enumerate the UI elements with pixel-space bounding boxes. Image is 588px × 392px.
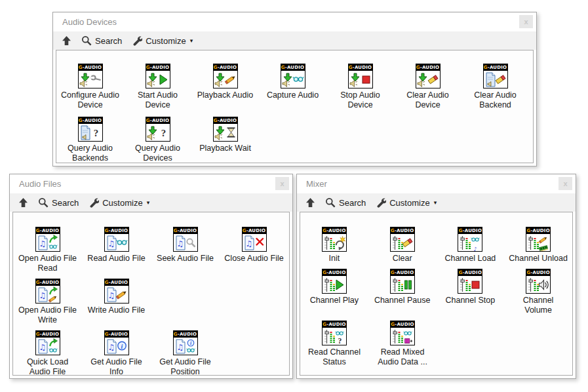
up-one-level-button[interactable]	[18, 197, 28, 208]
close-button[interactable]: x	[275, 177, 289, 190]
item-label: Clear	[393, 254, 412, 264]
item-channel-pause[interactable]: G-AUDIO Channel Pause	[368, 269, 437, 315]
g-audio-banner: G-AUDIO	[484, 64, 507, 71]
get-audio-file-info-icon: ♫i	[105, 338, 128, 355]
customize-label: Customize	[146, 36, 186, 46]
palette-content-area: G-AUDIO♫ Open Audio File Read G-AUDIO♫ R…	[12, 212, 290, 376]
search-label: Search	[52, 198, 79, 208]
item-configure-audio-device[interactable]: G-AUDIO Configure Audio Device	[56, 64, 124, 110]
item-quick-load-audio-file[interactable]: G-AUDIO♫ Quick Load Audio File	[13, 330, 82, 376]
close-button[interactable]: x	[519, 15, 533, 28]
item-label: Channel Pause	[374, 296, 430, 305]
g-audio-banner: G-AUDIO	[391, 227, 414, 234]
item-label: Stop Audio Device	[330, 90, 391, 110]
item-close-audio-file[interactable]: G-AUDIO♫ Close Audio File	[220, 227, 288, 273]
chevron-down-icon: ▾	[147, 199, 150, 206]
item-get-audio-file-info[interactable]: G-AUDIO♫i Get Audio File Info	[82, 330, 151, 376]
g-audio-banner: G-AUDIO	[323, 269, 346, 276]
svg-text:♫: ♫	[39, 239, 46, 248]
item-label: Query Audio Backends	[60, 144, 121, 163]
svg-text:♫: ♫	[39, 342, 46, 351]
palette-titlebar[interactable]: Mixer x	[297, 174, 576, 193]
item-read-audio-file[interactable]: G-AUDIO♫ Read Audio File	[82, 227, 151, 273]
customize-button[interactable]: Customize ▾	[132, 35, 193, 46]
up-one-level-button[interactable]	[62, 35, 71, 46]
icon-row: G-AUDIO? Query Audio Backends G-AUDIO? Q…	[56, 117, 533, 163]
search-button[interactable]: Search	[81, 35, 122, 46]
item-stop-audio-device[interactable]: G-AUDIO Stop Audio Device	[326, 64, 394, 110]
item-clear-audio-device[interactable]: G-AUDIO Clear Audio Device	[394, 64, 461, 110]
stop-audio-device-icon	[349, 71, 372, 88]
close-button[interactable]: x	[559, 177, 572, 190]
g-audio-banner: G-AUDIO	[458, 269, 482, 276]
search-button[interactable]: Search	[38, 197, 79, 208]
item-playback-wait[interactable]: G-AUDIO Playback Wait	[191, 117, 259, 163]
item-write-audio-file[interactable]: G-AUDIO♫ Write Audio File	[82, 279, 151, 325]
item-seek-audio-file[interactable]: G-AUDIO♫ Seek Audio File	[151, 227, 220, 273]
svg-text:♫: ♫	[176, 239, 184, 248]
item-read-channel-status[interactable]: G-AUDIO? Read Channel Status	[300, 321, 368, 367]
capture-audio-icon	[281, 71, 305, 88]
item-query-audio-devices[interactable]: G-AUDIO? Query Audio Devices	[124, 117, 191, 163]
up-arrow-icon	[62, 35, 71, 46]
close-icon: x	[563, 180, 567, 187]
item-channel-stop[interactable]: G-AUDIO Channel Stop	[437, 269, 505, 315]
up-arrow-icon	[18, 197, 28, 208]
customize-button[interactable]: Customize ▾	[376, 197, 437, 208]
quick-load-audio-file-icon: ♫	[36, 338, 60, 355]
start-audio-device-icon	[146, 71, 170, 88]
item-clear-audio-backend[interactable]: G-AUDIO Clear Audio Backend	[461, 64, 529, 110]
channel-stop-icon	[458, 276, 482, 293]
item-label: Get Audio File Info	[87, 357, 147, 376]
item-get-audio-file-position[interactable]: G-AUDIO♫i Get Audio File Position	[151, 330, 220, 376]
palette-title: Audio Files	[19, 179, 61, 189]
item-label: Get Audio File Position	[155, 357, 216, 376]
svg-text:?: ?	[161, 128, 166, 138]
item-label: Read Audio File	[87, 254, 145, 264]
item-open-audio-file-write[interactable]: G-AUDIO♫ Open Audio File Write	[13, 279, 82, 325]
item-clear[interactable]: G-AUDIO Clear	[368, 227, 437, 264]
clear-icon	[391, 234, 414, 251]
item-label: Read Channel Status	[304, 347, 364, 367]
item-start-audio-device[interactable]: G-AUDIO Start Audio Device	[124, 64, 191, 110]
g-audio-banner: G-AUDIO	[36, 279, 60, 286]
chevron-down-icon: ▾	[190, 37, 193, 44]
up-one-level-button[interactable]	[305, 197, 315, 208]
item-label: Close Audio File	[224, 254, 283, 264]
init-icon	[323, 234, 346, 251]
playback-audio-icon	[214, 71, 237, 88]
palette-titlebar[interactable]: Audio Files x	[10, 174, 292, 193]
item-channel-volume[interactable]: G-AUDIO Channel Volume	[504, 269, 572, 315]
item-query-audio-backends[interactable]: G-AUDIO? Query Audio Backends	[56, 117, 124, 163]
palette-content-area: G-AUDIO Configure Audio Device G-AUDIO S…	[56, 50, 534, 163]
item-label: Query Audio Devices	[128, 144, 188, 163]
item-channel-play[interactable]: G-AUDIO Channel Play	[300, 269, 368, 315]
svg-text:♫: ♫	[245, 239, 252, 248]
item-label: Seek Audio File	[157, 254, 214, 264]
search-icon	[81, 35, 92, 46]
item-capture-audio[interactable]: G-AUDIO Capture Audio	[259, 64, 326, 110]
clear-audio-backend-icon	[484, 71, 507, 88]
item-label: Write Audio File	[88, 305, 145, 315]
item-channel-load[interactable]: G-AUDIO♪ Channel Load	[437, 227, 505, 264]
customize-button[interactable]: Customize ▾	[88, 197, 149, 208]
g-audio-banner: G-AUDIO	[174, 331, 197, 338]
item-playback-audio[interactable]: G-AUDIO Playback Audio	[191, 64, 259, 110]
g-audio-banner: G-AUDIO	[214, 117, 237, 124]
svg-text:♫: ♫	[108, 239, 115, 248]
item-channel-unload[interactable]: G-AUDIO Channel Unload	[504, 227, 572, 264]
item-label: Read Mixed Audio Data ...	[372, 347, 433, 367]
get-audio-file-position-icon: ♫i	[174, 338, 197, 355]
g-audio-banner: G-AUDIO	[349, 64, 372, 71]
search-icon	[325, 197, 336, 208]
svg-text:♪: ♪	[474, 245, 477, 250]
item-init[interactable]: G-AUDIO Init	[300, 227, 368, 264]
item-read-mixed-audio-data[interactable]: G-AUDIO Read Mixed Audio Data ...	[368, 321, 437, 367]
item-open-audio-file-read[interactable]: G-AUDIO♫ Open Audio File Read	[13, 227, 82, 273]
palette-titlebar[interactable]: Audio Devices x	[53, 12, 536, 31]
configure-audio-device-icon	[79, 71, 102, 88]
item-label: Capture Audio	[267, 90, 319, 100]
channel-volume-icon	[526, 276, 550, 293]
search-button[interactable]: Search	[325, 197, 366, 208]
item-label: Channel Play	[310, 296, 359, 305]
